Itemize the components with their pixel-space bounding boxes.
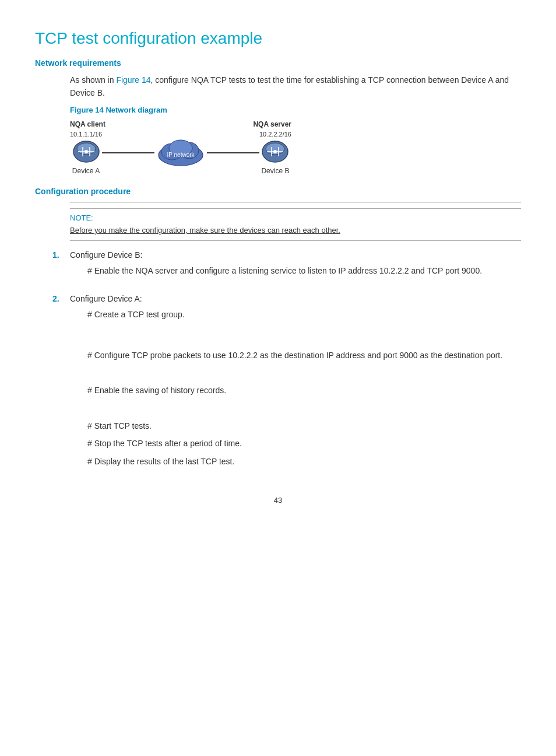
device-b-ip: 10.2.2.2/16 — [259, 131, 291, 138]
svg-point-16 — [273, 150, 277, 153]
step-2-number: 2. — [52, 294, 70, 473]
step-2-container: 2. Configure Device A: # Create a TCP te… — [35, 294, 521, 473]
network-requirements-heading: Network requirements — [35, 58, 521, 68]
step-1-row: 1. Configure Device B: # Enable the NQA … — [35, 250, 521, 282]
figure-caption: Figure 14 Network diagram — [70, 106, 521, 114]
page-title: TCP test configuration example — [35, 29, 521, 48]
nqa-server-label: NQA server — [253, 120, 291, 128]
step-2-substep-2: # Configure TCP probe packets to use 10.… — [87, 349, 521, 362]
line-a-to-cloud — [102, 152, 154, 153]
device-a-ip: 10.1.1.1/16 — [70, 131, 102, 138]
figure-14-link[interactable]: Figure 14 — [116, 75, 150, 85]
cloud-container: IP network — [154, 138, 207, 168]
step-2-substep-3: # Enable the saving of history records. — [87, 384, 521, 397]
step-2-spacer-2 — [70, 366, 521, 384]
ip-network-cloud: IP network — [154, 138, 207, 168]
device-b-container: 10.2.2.2/16 Device B — [259, 131, 291, 175]
config-procedure-heading: Configuration procedure — [35, 187, 521, 196]
svg-point-5 — [85, 150, 88, 153]
note-label: NOTE: — [70, 214, 521, 222]
device-a-container: 10.1.1.1/16 Device A — [70, 131, 102, 175]
device-a-icon — [71, 139, 101, 164]
step-1-container: 1. Configure Device B: # Enable the NQA … — [35, 250, 521, 282]
step-2-substep-6: # Display the results of the last TCP te… — [87, 455, 521, 468]
svg-text:IP network: IP network — [167, 152, 195, 158]
network-requirements-section: Network requirements As shown in Figure … — [35, 58, 521, 175]
step-2-spacer-1 — [70, 326, 521, 349]
device-b-icon — [260, 139, 290, 164]
note-box: NOTE: Before you make the configuration,… — [70, 208, 521, 242]
configuration-procedure-section: Configuration procedure NOTE: Before you… — [35, 187, 521, 473]
device-a-name: Device A — [72, 167, 100, 175]
diagram-labels: NQA client NQA server — [70, 120, 291, 128]
nqa-client-label: NQA client — [70, 120, 105, 128]
device-b-name: Device B — [261, 167, 289, 175]
page-number: 43 — [35, 496, 521, 505]
step-2-row: 2. Configure Device A: # Create a TCP te… — [35, 294, 521, 473]
step-2-content: Configure Device A: # Create a TCP test … — [70, 294, 521, 473]
step-1-title: Configure Device B: — [70, 250, 521, 260]
network-requirements-body: As shown in Figure 14, configure NQA TCP… — [70, 74, 521, 100]
network-diagram: NQA client NQA server 10.1.1.1/16 Devic — [70, 120, 303, 175]
step-2-substep-5: # Stop the TCP tests after a period of t… — [87, 437, 521, 450]
top-divider — [70, 202, 521, 202]
step-2-title: Configure Device A: — [70, 294, 521, 303]
step-1-number: 1. — [52, 250, 70, 282]
step-2-spacer-3 — [70, 402, 521, 419]
line-cloud-to-b — [207, 152, 259, 153]
step-1-body: # Enable the NQA server and configure a … — [87, 264, 521, 277]
note-text: Before you make the configuration, make … — [70, 225, 521, 236]
step-2-substep-1: # Create a TCP test group. — [87, 308, 521, 321]
step-2-substep-4: # Start TCP tests. — [87, 419, 521, 432]
step-1-content: Configure Device B: # Enable the NQA ser… — [70, 250, 521, 282]
diagram-body: 10.1.1.1/16 Device A — [70, 131, 291, 175]
